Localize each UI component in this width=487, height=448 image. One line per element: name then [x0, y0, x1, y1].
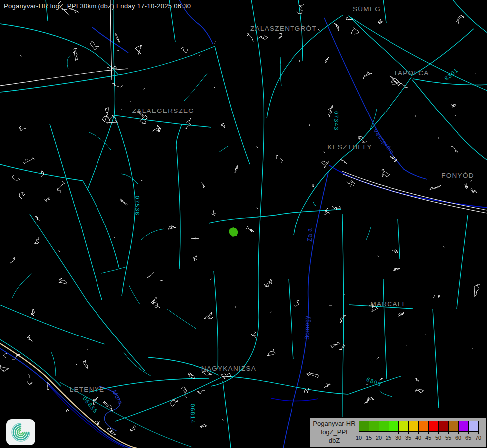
- legend-tick-label: 70: [473, 435, 483, 441]
- map-tick-mark: [58, 250, 60, 252]
- settlement-outline: [204, 312, 213, 319]
- legend-unit: dbZ: [311, 436, 357, 445]
- map-road-label: 06814: [190, 404, 195, 424]
- legend-tick-label: 50: [433, 435, 443, 441]
- legend-tick-label: 60: [453, 435, 463, 441]
- legend-cell: [359, 421, 369, 432]
- settlement-outline: [135, 45, 142, 54]
- settlement-outline: [324, 383, 330, 388]
- minor-road: [366, 227, 371, 240]
- settlement-outline: [57, 181, 65, 193]
- minor-road: [129, 285, 140, 304]
- settlement-outline: [307, 372, 318, 378]
- settlement-outline: [103, 401, 113, 411]
- map-labels: SÜMEGZALASZENTGRÓTTAPOLCAZALAEGERSZEGKES…: [70, 5, 474, 424]
- settlement-outline: [398, 312, 404, 316]
- settlement-outline: [451, 146, 458, 152]
- settlement-outline: [197, 390, 205, 394]
- met-logo: [6, 419, 36, 446]
- map-town-label: SÜMEG: [353, 5, 381, 13]
- settlement-outline: [340, 315, 346, 323]
- settlement-outline: [3, 353, 7, 358]
- legend-cell: [418, 421, 429, 432]
- map-region-label: Zala: [306, 228, 313, 241]
- settlement-outline: [83, 360, 88, 369]
- settlement-outline: [168, 226, 176, 229]
- settlement-outline: [58, 278, 67, 284]
- map-road-label: 6803: [365, 376, 382, 388]
- legend: Poganyvar-HR logZ_PPI dbZ 10152025303540…: [309, 417, 487, 448]
- map-tick-mark: [141, 180, 143, 181]
- settlement-outline: [66, 409, 69, 412]
- settlement-outline: [73, 48, 78, 61]
- settlement-outline: [170, 400, 178, 407]
- map-road-label: 06835: [82, 395, 99, 414]
- settlement-outline: [322, 161, 329, 168]
- settlement-outline: [120, 199, 127, 205]
- radar-echo: [229, 227, 238, 237]
- map-tick-mark: [80, 92, 82, 93]
- legend-text: Poganyvar-HR logZ_PPI dbZ: [311, 419, 357, 445]
- settlement-outline: [116, 33, 120, 42]
- map-tick-mark: [475, 73, 475, 74]
- map-tick-mark: [114, 237, 115, 238]
- map-tick-mark: [309, 124, 310, 126]
- minor-road: [280, 57, 281, 86]
- settlement-outline: [465, 184, 468, 189]
- settlement-outline: [153, 302, 160, 308]
- legend-tick: [369, 431, 369, 434]
- settlement-outline: [471, 188, 477, 193]
- minor-road: [313, 202, 316, 206]
- map-tick-mark: [210, 50, 212, 52]
- settlement-outline: [334, 23, 339, 31]
- settlement-outline: [433, 295, 440, 298]
- legend-tick: [428, 431, 429, 434]
- settlement-outline: [275, 155, 283, 163]
- map-tick-mark: [323, 152, 325, 153]
- settlement-outline: [0, 365, 9, 372]
- settlement-outline: [331, 342, 340, 348]
- settlement-outline: [200, 424, 207, 428]
- settlement-outline: [394, 78, 401, 86]
- radar-product-title: Poganyvar-HR logZ_PPI 30km (dbZ) Friday …: [4, 2, 191, 10]
- minor-road: [12, 273, 32, 298]
- legend-tick: [398, 431, 399, 434]
- settlement-outline: [193, 256, 197, 261]
- settlement-outline: [456, 15, 464, 24]
- minor-road: [51, 352, 56, 376]
- settlement-outline: [112, 83, 123, 87]
- legend-cell: [448, 421, 459, 432]
- settlement-outline: [452, 104, 456, 107]
- minor-road: [67, 55, 70, 69]
- settlement-outline: [12, 175, 20, 180]
- legend-tick-label: 25: [384, 435, 393, 441]
- settlement-outline: [279, 33, 282, 39]
- map-region-label: Somogy: [304, 315, 311, 340]
- legend-cell: [369, 421, 379, 432]
- settlement-outline: [363, 72, 372, 79]
- legend-tick: [418, 431, 419, 434]
- map-town-label: LETENYE: [70, 386, 105, 393]
- map-tick-mark: [210, 279, 212, 280]
- settlement-outline: [474, 283, 480, 297]
- settlement-outline: [102, 115, 108, 122]
- railway-lines: [0, 0, 487, 213]
- map-town-label: FONYÓD: [441, 172, 474, 179]
- legend-tick: [379, 431, 379, 434]
- map-tick-mark: [214, 87, 215, 88]
- map-town-label: KESZTHELY: [327, 143, 372, 151]
- map-tick-mark: [160, 280, 163, 281]
- legend-cell: [389, 421, 399, 432]
- map-tick-mark: [299, 60, 300, 62]
- settlement-outline: [191, 238, 199, 239]
- settlement-outline: [339, 344, 345, 350]
- settlement-outline: [10, 257, 15, 263]
- settlement-outline: [181, 387, 187, 399]
- road-network: [0, 0, 487, 448]
- settlement-outline: [212, 210, 216, 216]
- map-tick-mark: [222, 419, 224, 421]
- settlement-outline: [296, 4, 304, 14]
- settlement-outline: [202, 182, 205, 188]
- legend-tick: [438, 431, 439, 434]
- settlement-outline: [380, 378, 383, 381]
